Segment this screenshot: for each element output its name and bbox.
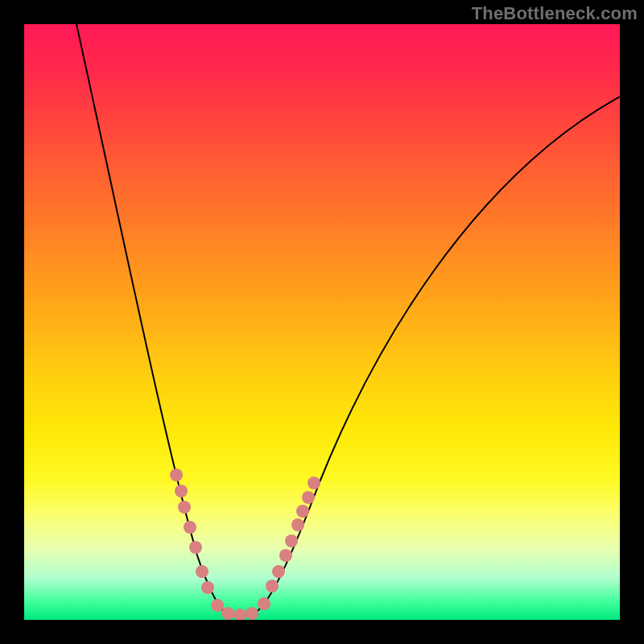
highlight-dot [308,477,320,489]
highlight-dot [279,549,292,562]
highlight-dot [184,521,196,534]
highlight-dot [201,581,214,594]
highlight-dot [246,607,258,620]
highlight-dot [170,469,183,481]
chart-container: TheBottleneck.com [0,0,644,644]
highlight-dot [291,518,304,531]
watermark-text: TheBottleneck.com [472,3,638,24]
highlight-dot [211,599,224,612]
highlight-dot [189,541,202,554]
highlight-dot [221,607,234,620]
highlight-dot [272,565,285,578]
highlight-dot [175,485,188,497]
highlight-dot [196,565,208,578]
highlight-dot [302,491,315,504]
highlight-dot [258,597,270,610]
highlight-dot [178,501,191,514]
highlight-dot [285,535,298,547]
plot-area [24,24,620,620]
highlight-dot [296,505,309,518]
curve-layer [24,24,620,620]
bottleneck-curve [76,24,620,616]
highlight-dots-group [170,469,320,620]
highlight-dot [266,580,279,592]
highlight-dot [233,609,246,620]
